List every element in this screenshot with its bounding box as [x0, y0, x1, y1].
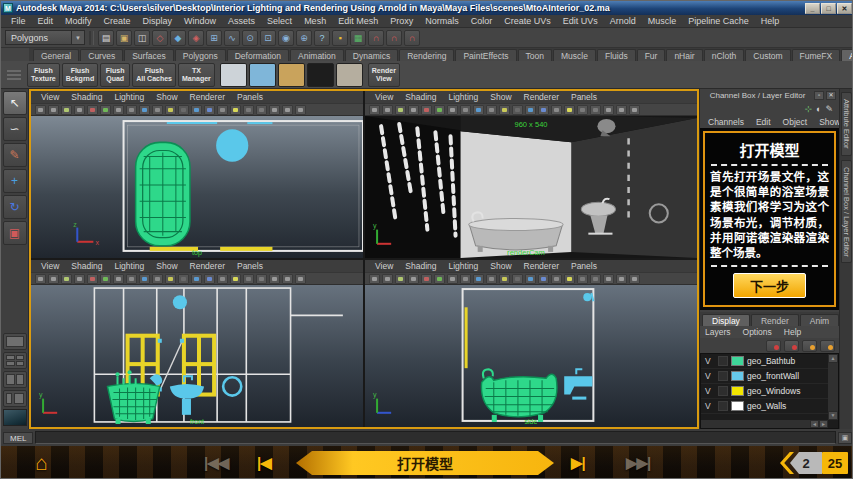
xyz-axis-icon[interactable]: ⊹ — [804, 104, 812, 114]
select-camera-icon[interactable] — [35, 105, 46, 115]
menu-item[interactable]: Edit UVs — [557, 16, 604, 26]
vertical-panel-tab[interactable]: Channel Box / Layer Editor — [841, 160, 852, 264]
shelf-tab[interactable]: Dynamics — [345, 49, 398, 61]
lighting-icon[interactable] — [499, 105, 510, 115]
skip-to-end-button[interactable]: ▶▶| — [626, 446, 650, 479]
render-current-frame-icon[interactable]: ∩ — [386, 30, 402, 46]
viewport-menu-item[interactable]: View — [36, 261, 64, 271]
channel-box-menu-item[interactable]: Edit — [752, 117, 775, 127]
shaded-icon[interactable] — [473, 105, 484, 115]
viewport-menu-item[interactable]: View — [370, 261, 398, 271]
snap-curve-icon[interactable]: ∿ — [224, 30, 240, 46]
viewport-front-canvas[interactable]: y front — [31, 285, 363, 427]
snap-point-icon[interactable]: ⊙ — [242, 30, 258, 46]
gamma-icon[interactable] — [616, 105, 627, 115]
viewport-rendercam-canvas[interactable]: y 960 x 540 renderCam — [365, 116, 697, 258]
bookmark-icon[interactable] — [408, 105, 419, 115]
pin-panel-icon[interactable]: ▫ — [814, 91, 824, 100]
viewport-side-canvas[interactable]: y side — [365, 285, 697, 427]
scroll-up-icon[interactable]: ▲ — [828, 354, 838, 363]
snap-grid-icon[interactable]: ⊞ — [206, 30, 222, 46]
close-button[interactable]: ✕ — [837, 3, 852, 14]
select-camera-icon[interactable] — [369, 274, 380, 284]
motion-blur-icon[interactable] — [204, 274, 215, 284]
layer-row[interactable]: V geo_frontWall — [701, 369, 828, 384]
wireframe-icon[interactable] — [460, 105, 471, 115]
layer-editor-tab[interactable]: Anim — [800, 314, 839, 326]
viewport-menu-item[interactable]: Lighting — [443, 92, 483, 102]
select-component-icon[interactable]: ◈ — [188, 30, 204, 46]
gate-mask-icon[interactable] — [629, 105, 640, 115]
bookmark-icon[interactable] — [74, 105, 85, 115]
gate-mask-icon[interactable] — [295, 274, 306, 284]
maximize-button[interactable]: □ — [821, 3, 836, 14]
grease-pencil-icon[interactable] — [447, 105, 458, 115]
viewport-menu-item[interactable]: Panels — [566, 92, 602, 102]
next-step-button[interactable]: ▶| — [571, 446, 585, 479]
isolate-select-icon[interactable] — [564, 105, 575, 115]
photometric-light-thumb[interactable] — [307, 63, 334, 87]
command-input[interactable] — [35, 431, 836, 444]
tutorial-next-button[interactable]: 下一步 — [733, 273, 806, 298]
shadows-icon[interactable] — [178, 274, 189, 284]
xray-icon[interactable] — [243, 105, 254, 115]
xray-icon[interactable] — [577, 274, 588, 284]
shadows-icon[interactable] — [512, 105, 523, 115]
multisampling-icon[interactable] — [217, 274, 228, 284]
layer-color-swatch[interactable] — [731, 386, 744, 396]
viewport-menu-item[interactable]: Renderer — [519, 261, 564, 271]
screen-ao-icon[interactable] — [191, 274, 202, 284]
area-light-thumb[interactable] — [220, 63, 247, 87]
scroll-left-icon[interactable]: ◄ — [810, 420, 819, 428]
menu-item[interactable]: Assets — [222, 16, 261, 26]
xray-icon[interactable] — [243, 274, 254, 284]
multisampling-icon[interactable] — [551, 105, 562, 115]
layer-color-swatch[interactable] — [731, 356, 744, 366]
layout-four-pane-button[interactable] — [3, 352, 27, 369]
viewport-menu-item[interactable]: Show — [151, 92, 182, 102]
channel-box-menu-item[interactable]: Channels — [704, 117, 748, 127]
vertical-panel-tab[interactable]: Attribute Editor — [841, 92, 852, 156]
shelf-tab[interactable]: Toon — [518, 49, 552, 61]
menu-item[interactable]: File — [5, 16, 32, 26]
viewport-menu-item[interactable]: Panels — [566, 261, 602, 271]
camera-attributes-icon[interactable] — [61, 105, 72, 115]
menu-item[interactable]: Muscle — [642, 16, 683, 26]
menu-item[interactable]: Pipeline Cache — [682, 16, 755, 26]
tutorial-step-banner[interactable]: 打开模型 — [296, 451, 554, 475]
gate-mask-icon[interactable] — [629, 274, 640, 284]
layer-editor-tab[interactable]: Render — [751, 314, 799, 326]
menu-item[interactable]: Proxy — [384, 16, 419, 26]
wireframe-icon[interactable] — [126, 105, 137, 115]
shadows-icon[interactable] — [178, 105, 189, 115]
viewport-menu-item[interactable]: View — [370, 92, 398, 102]
make-live-icon[interactable]: ◉ — [278, 30, 294, 46]
image-plane-icon[interactable] — [421, 105, 432, 115]
menu-item[interactable]: Create UVs — [498, 16, 557, 26]
menu-item[interactable]: Edit Mesh — [332, 16, 384, 26]
2d-pan-zoom-icon[interactable] — [434, 105, 445, 115]
layer-color-swatch[interactable] — [731, 401, 744, 411]
layer-row[interactable]: V geo_Bathtub — [701, 354, 828, 369]
layer-playback-toggle[interactable] — [718, 356, 728, 366]
shelf-button[interactable]: Flush Quad — [100, 63, 130, 87]
viewport-menu-item[interactable]: Shading — [400, 261, 441, 271]
image-plane-icon[interactable] — [87, 105, 98, 115]
render-view-icon[interactable]: ∩ — [368, 30, 384, 46]
shelf-tab[interactable]: Animation — [290, 49, 344, 61]
persp-view-thumbnail[interactable] — [3, 409, 27, 426]
exposure-icon[interactable] — [269, 274, 280, 284]
shelf-button[interactable]: TX Manager — [178, 63, 215, 87]
viewport-menu-item[interactable]: Panels — [232, 92, 268, 102]
shelf-tab[interactable]: Fluids — [597, 49, 636, 61]
rotate-tool[interactable]: ↻ — [3, 195, 27, 219]
viewport-menu-item[interactable]: Show — [485, 261, 516, 271]
camera-attributes-icon[interactable] — [395, 274, 406, 284]
lighting-icon[interactable] — [499, 274, 510, 284]
layer-editor-tab[interactable]: Display — [702, 314, 750, 326]
xray-icon[interactable] — [577, 105, 588, 115]
textured-icon[interactable] — [152, 105, 163, 115]
shaded-icon[interactable] — [139, 274, 150, 284]
menu-item[interactable]: Create — [98, 16, 137, 26]
save-scene-icon[interactable]: ◫ — [134, 30, 150, 46]
